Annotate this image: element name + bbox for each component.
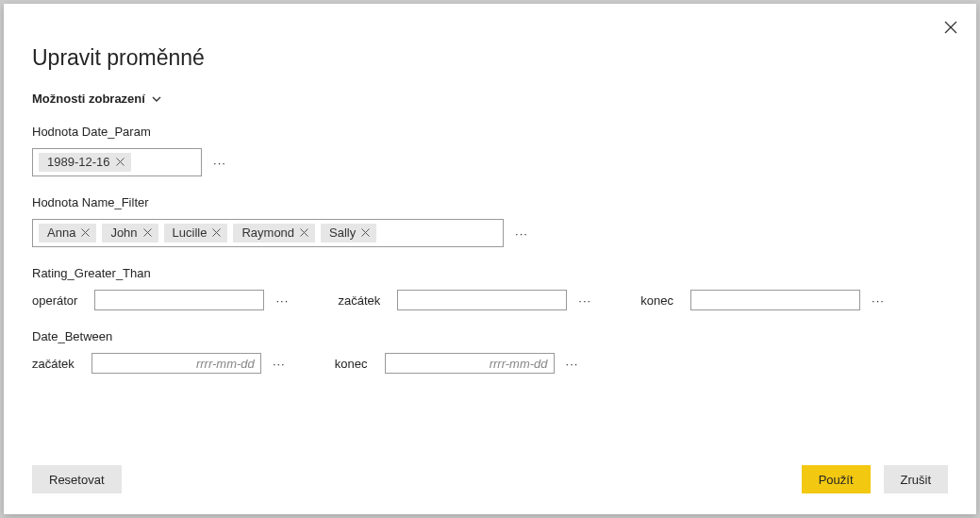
field-date-between: Date_Between začátek ··· konec ··· [32,329,948,374]
chevron-down-icon [151,93,162,105]
end-input[interactable] [690,290,860,310]
token-remove-icon[interactable] [81,228,90,237]
close-button[interactable] [944,21,959,36]
date-start-input[interactable] [91,353,261,374]
start-label: začátek [32,357,75,371]
start-input[interactable] [397,290,567,310]
reset-button[interactable]: Resetovat [32,465,122,493]
more-menu-icon[interactable]: ··· [870,293,887,308]
operator-label: operátor [32,293,77,308]
field-label: Hodnota Date_Param [32,125,948,139]
name-filter-tokenbox[interactable]: Anna John Lucille Raymond Sally [32,219,504,247]
field-name-filter: Hodnota Name_Filter Anna John Lucille Ra… [32,195,948,247]
token-label: 1989-12-16 [47,155,110,169]
token-label: Sally [329,226,356,240]
token-remove-icon[interactable] [300,228,308,237]
display-options-toggle[interactable]: Možnosti zobrazení [32,92,948,106]
more-menu-icon[interactable]: ··· [271,357,288,371]
field-label: Rating_Greater_Than [32,266,948,280]
field-date-param: Hodnota Date_Param 1989-12-16 ··· [32,125,948,176]
date-param-tokenbox[interactable]: 1989-12-16 [32,148,202,176]
end-label: konec [640,293,673,308]
token-label: Raymond [241,226,294,240]
end-label: konec [335,357,368,371]
cancel-button[interactable]: Zrušit [884,465,949,493]
token-remove-icon[interactable] [116,158,125,166]
apply-button[interactable]: Použít [802,465,871,493]
operator-input[interactable] [94,290,264,310]
field-label: Hodnota Name_Filter [32,195,948,209]
more-menu-icon[interactable]: ··· [513,226,530,241]
token[interactable]: Sally [321,224,376,242]
more-menu-icon[interactable]: ··· [576,293,593,308]
token-label: Lucille [173,226,208,240]
token[interactable]: 1989-12-16 [39,153,131,172]
more-menu-icon[interactable]: ··· [564,357,581,371]
token-remove-icon[interactable] [212,228,221,237]
dialog-title: Upravit proměnné [32,45,948,71]
token[interactable]: Raymond [233,224,315,242]
edit-variables-dialog: Upravit proměnné Možnosti zobrazení Hodn… [4,4,976,514]
more-menu-icon[interactable]: ··· [274,293,291,308]
token[interactable]: Lucille [164,224,228,242]
dialog-footer: Resetovat Použít Zrušit [32,465,948,493]
display-options-label: Možnosti zobrazení [32,92,145,106]
field-rating-greater-than: Rating_Greater_Than operátor ··· začátek… [32,266,948,310]
token[interactable]: John [102,224,158,242]
field-label: Date_Between [32,329,948,343]
token-remove-icon[interactable] [143,228,152,237]
close-icon [944,21,957,34]
token[interactable]: Anna [39,224,96,242]
token-label: Anna [47,226,75,240]
date-end-input[interactable] [385,353,555,374]
token-remove-icon[interactable] [361,228,370,237]
more-menu-icon[interactable]: ··· [211,156,228,170]
token-label: John [110,226,137,240]
start-label: začátek [338,293,380,308]
